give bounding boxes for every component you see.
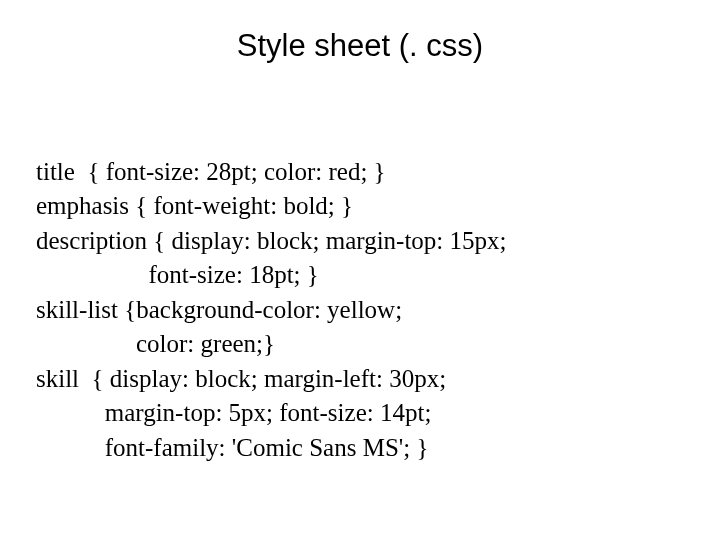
css-code-block: title { font-size: 28pt; color: red; } e… xyxy=(36,120,684,465)
code-line: skill-list {background-color: yellow; xyxy=(36,296,402,323)
code-line: skill { display: block; margin-left: 30p… xyxy=(36,365,446,392)
code-line: font-family: 'Comic Sans MS'; } xyxy=(36,434,429,461)
slide-title: Style sheet (. css) xyxy=(36,28,684,64)
code-line: description { display: block; margin-top… xyxy=(36,227,507,254)
code-line: font-size: 18pt; } xyxy=(36,261,319,288)
slide: Style sheet (. css) title { font-size: 2… xyxy=(0,0,720,540)
code-line: title { font-size: 28pt; color: red; } xyxy=(36,158,386,185)
code-line: color: green;} xyxy=(36,330,275,357)
code-line: emphasis { font-weight: bold; } xyxy=(36,192,353,219)
code-line: margin-top: 5px; font-size: 14pt; xyxy=(36,399,431,426)
